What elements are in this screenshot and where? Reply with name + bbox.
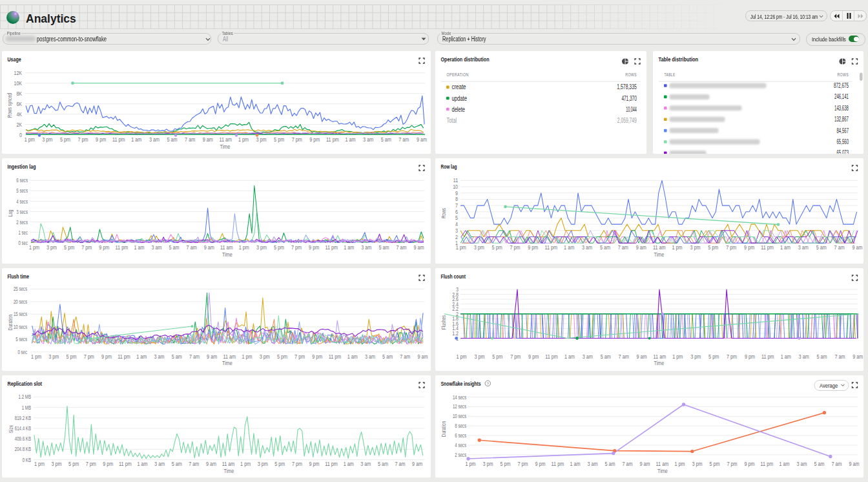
svg-text:7 am: 7 am <box>398 136 409 143</box>
svg-text:3 am: 3 am <box>360 461 371 467</box>
svg-text:1 pm: 1 pm <box>672 244 682 251</box>
svg-text:7 pm: 7 pm <box>291 461 302 467</box>
svg-text:3 am: 3 am <box>582 244 592 251</box>
svg-text:9 pm: 9 pm <box>99 244 109 251</box>
svg-text:9 am: 9 am <box>207 353 217 359</box>
svg-text:7 am: 7 am <box>617 244 628 251</box>
svg-text:7 pm: 7 pm <box>294 353 305 359</box>
svg-text:Time: Time <box>222 251 232 258</box>
svg-text:15 secs: 15 secs <box>13 311 26 317</box>
svg-text:6K: 6K <box>16 100 22 107</box>
svg-text:5 am: 5 am <box>600 353 610 359</box>
svg-text:5 pm: 5 pm <box>500 461 510 467</box>
svg-text:3 am: 3 am <box>151 244 161 251</box>
svg-text:9 pm: 9 pm <box>309 461 319 467</box>
svg-text:9 pm: 9 pm <box>309 244 319 251</box>
svg-text:7 am: 7 am <box>185 136 195 143</box>
svg-text:11 am: 11 am <box>219 136 232 143</box>
svg-text:5 pm: 5 pm <box>274 136 284 143</box>
svg-text:Flushes: Flushes <box>440 315 447 330</box>
svg-text:11 pm: 11 pm <box>325 244 338 251</box>
svg-text:10 secs: 10 secs <box>13 323 26 330</box>
svg-text:2 secs: 2 secs <box>455 452 466 458</box>
svg-text:1 am: 1 am <box>136 353 147 359</box>
svg-text:5 am: 5 am <box>382 353 393 359</box>
svg-text:9 am: 9 am <box>203 244 214 251</box>
svg-text:3 pm: 3 pm <box>690 244 700 251</box>
svg-text:143,638: 143,638 <box>834 104 849 111</box>
svg-text:4 secs: 4 secs <box>455 442 466 448</box>
svg-text:7: 7 <box>455 202 458 209</box>
svg-text:Total: Total <box>446 116 457 123</box>
svg-text:3 pm: 3 pm <box>257 461 267 467</box>
svg-text:2: 2 <box>455 234 458 240</box>
svg-text:7 pm: 7 pm <box>510 353 521 359</box>
svg-text:3 pm: 3 pm <box>42 136 52 143</box>
svg-text:9 pm: 9 pm <box>309 136 320 143</box>
svg-text:3 am: 3 am <box>154 353 164 359</box>
svg-text:Table distribution: Table distribution <box>658 55 698 62</box>
svg-text:9 am: 9 am <box>416 136 426 143</box>
svg-text:5 am: 5 am <box>169 244 179 251</box>
svg-text:1 pm: 1 pm <box>674 461 685 467</box>
svg-text:Time: Time <box>657 468 668 474</box>
svg-text:0 sec: 0 sec <box>17 348 27 355</box>
svg-text:3 am: 3 am <box>361 244 371 251</box>
svg-text:create: create <box>451 83 466 90</box>
svg-text:5 pm: 5 pm <box>492 353 502 359</box>
svg-text:1 pm: 1 pm <box>29 244 39 251</box>
svg-text:Rows synced: Rows synced <box>6 92 12 118</box>
svg-text:9 am: 9 am <box>639 461 650 467</box>
svg-text:11 pm: 11 pm <box>760 461 773 467</box>
svg-text:4 secs: 4 secs <box>16 198 28 205</box>
svg-text:8K: 8K <box>16 90 22 96</box>
svg-text:7 pm: 7 pm <box>291 136 302 143</box>
svg-text:1 pm: 1 pm <box>31 353 41 359</box>
svg-text:6: 6 <box>455 209 458 215</box>
svg-text:5 secs: 5 secs <box>16 187 28 194</box>
svg-text:Duration: Duration <box>6 314 13 330</box>
svg-text:1,578,335: 1,578,335 <box>617 83 637 90</box>
svg-text:Time: Time <box>220 143 230 149</box>
svg-text:5 am: 5 am <box>380 136 391 143</box>
svg-text:11 pm: 11 pm <box>325 461 338 467</box>
svg-text:3 pm: 3 pm <box>482 461 493 467</box>
svg-text:614.4 KB: 614.4 KB <box>14 425 30 432</box>
svg-text:11 pm: 11 pm <box>551 461 564 467</box>
svg-text:10K: 10K <box>14 79 22 86</box>
svg-text:11 pm: 11 pm <box>115 244 128 251</box>
svg-text:5 am: 5 am <box>377 461 388 467</box>
svg-text:9 am: 9 am <box>849 461 859 467</box>
svg-text:0: 0 <box>19 131 22 138</box>
svg-text:9: 9 <box>455 190 458 196</box>
svg-text:Replication slot: Replication slot <box>7 380 42 387</box>
svg-text:7 am: 7 am <box>834 353 845 359</box>
svg-text:9 am: 9 am <box>413 244 424 251</box>
svg-text:Snowflake insights: Snowflake insights <box>440 380 480 387</box>
svg-text:5 am: 5 am <box>378 244 389 251</box>
svg-text:2,059,749: 2,059,749 <box>617 116 636 123</box>
svg-text:3 am: 3 am <box>587 461 597 467</box>
svg-text:8 secs: 8 secs <box>455 423 466 429</box>
svg-text:132,867: 132,867 <box>834 116 849 123</box>
svg-text:3 am: 3 am <box>364 353 375 359</box>
svg-text:1 am: 1 am <box>780 244 790 251</box>
svg-text:5 am: 5 am <box>816 244 826 251</box>
svg-text:5 secs: 5 secs <box>16 336 27 342</box>
svg-text:11 pm: 11 pm <box>112 136 125 143</box>
svg-text:8: 8 <box>455 196 458 202</box>
svg-text:7 am: 7 am <box>618 353 628 359</box>
svg-text:3: 3 <box>456 286 459 293</box>
svg-text:7 pm: 7 pm <box>510 244 520 251</box>
svg-text:3 pm: 3 pm <box>256 244 266 251</box>
svg-text:25 secs: 25 secs <box>13 286 26 292</box>
svg-text:3 secs: 3 secs <box>16 209 28 215</box>
svg-text:7 pm: 7 pm <box>78 136 88 143</box>
svg-text:1.2 MB: 1.2 MB <box>18 393 31 400</box>
svg-text:1 am: 1 am <box>347 353 357 359</box>
svg-text:11 am: 11 am <box>223 353 236 359</box>
svg-text:11 pm: 11 pm <box>326 136 339 143</box>
svg-text:9 am: 9 am <box>852 353 863 359</box>
svg-text:5 pm: 5 pm <box>274 461 285 467</box>
svg-text:7 am: 7 am <box>834 244 844 251</box>
